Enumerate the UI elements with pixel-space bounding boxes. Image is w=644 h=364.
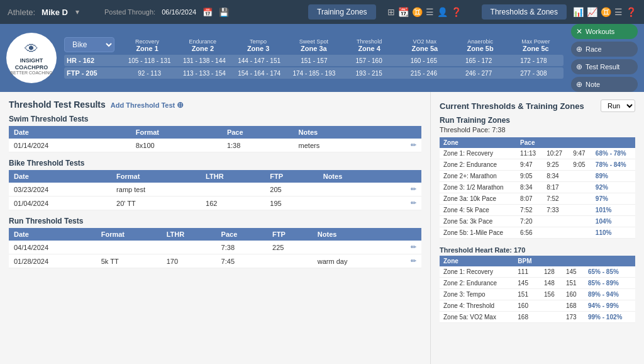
pz-v1-1: 11:13 xyxy=(516,148,543,159)
save-icon[interactable]: 💾 xyxy=(219,8,229,17)
race-button[interactable]: ⊕ Race xyxy=(571,42,638,57)
rows-icon[interactable]: ☰ xyxy=(614,7,623,17)
swim-table: Date Format Pace Notes 01/14/2024 8x100 … xyxy=(9,126,421,152)
hr-row: HR - 162 105 - 118 - 131 131 - 138 - 144… xyxy=(64,55,564,66)
pz-v2-5b xyxy=(543,227,569,239)
pz-v2-1: 10:27 xyxy=(543,148,569,159)
run-row-2: 01/28/2024 5k TT 170 7:45 warm day ✏ xyxy=(9,254,421,268)
run-col-lthr: LTHR xyxy=(162,228,216,241)
pz-v3-5b xyxy=(569,227,592,239)
sport-select[interactable]: Run xyxy=(601,100,635,112)
swim-col-pace: Pace xyxy=(222,126,294,139)
zone-col-5b: AnaerobicZone 5b xyxy=(453,38,508,52)
hz-v2-2: 148 xyxy=(540,278,562,289)
zone-col-1: RecoveryZone 1 xyxy=(119,38,175,52)
run-col-format: Format xyxy=(96,228,162,241)
bike-notes-2 xyxy=(318,196,386,210)
zone-col-3: TempoZone 3 xyxy=(231,38,286,52)
calendar-icon[interactable]: 📅 xyxy=(203,8,213,17)
pace-zones-table: Zone Pace Zone 1: Recovery 11:13 10:27 9… xyxy=(440,137,635,239)
hz-pct-1: 65% - 85% xyxy=(584,266,635,278)
bike-edit-2[interactable]: ✏ xyxy=(386,196,421,210)
bike-col-date: Date xyxy=(9,170,111,183)
logo-subtitle: BETTER COACHING xyxy=(10,71,52,75)
list-icon[interactable]: ☰ xyxy=(426,7,434,17)
run-edit-1[interactable]: ✏ xyxy=(391,241,421,254)
help-icon[interactable]: ❓ xyxy=(451,7,462,17)
swim-col-format: Format xyxy=(131,126,222,139)
bike-notes-1 xyxy=(318,183,386,196)
pz-v1-3a: 8:07 xyxy=(516,193,543,205)
run-tests-title: Run Threshold Tests xyxy=(9,217,421,225)
logo: 👁 INSIGHTCOACHPRO BETTER COACHING xyxy=(6,33,57,83)
pace-col-2 xyxy=(543,137,569,148)
hz-name-3: Zone 3: Tempo xyxy=(440,289,514,300)
hz-v1-5a: 168 xyxy=(514,312,540,323)
swim-edit-1[interactable]: ✏ xyxy=(379,139,421,152)
swim-col-notes: Notes xyxy=(294,126,379,139)
person-icon[interactable]: 👤 xyxy=(437,7,448,17)
calendar2-icon[interactable]: 📆 xyxy=(398,7,409,17)
hz-v3-3: 160 xyxy=(562,289,584,300)
threshold-icons: 📊 📈 ♊ ☰ ❓ xyxy=(573,7,636,17)
pz-pct-2: 78% - 84% xyxy=(592,159,635,171)
gem-icon[interactable]: ♊ xyxy=(601,7,611,17)
race-icon: ⊕ xyxy=(576,45,582,54)
swim-format-1: 8x100 xyxy=(131,139,222,152)
current-thresholds-title: Current Thresholds & Training Zones xyxy=(440,101,584,111)
note-label: Note xyxy=(586,81,600,88)
pz-pct-3a: 97% xyxy=(592,193,635,205)
hz-v1-3: 151 xyxy=(514,289,540,300)
workouts-button[interactable]: ✕ Workouts xyxy=(571,24,638,39)
bar-chart-icon[interactable]: 📊 xyxy=(573,7,584,17)
run-ftp-1: 225 xyxy=(267,241,313,254)
pz-v1-4: 7:52 xyxy=(516,205,543,216)
pace-zone-5a: Zone 5a: 3k Pace 7:20 104% xyxy=(440,216,635,227)
run-notes-1 xyxy=(313,241,391,254)
hr-zone-2: Zone 2: Endurance 145 148 151 85% - 89% xyxy=(440,278,635,289)
pace-zone-4: Zone 4: 5k Pace 7:52 7:33 101% xyxy=(440,205,635,216)
zones-data: HR - 162 105 - 118 - 131 131 - 138 - 144… xyxy=(64,55,564,79)
chart-icon[interactable]: ♊ xyxy=(412,7,423,17)
bike-select[interactable]: Bike xyxy=(64,37,114,52)
pace-zone-2: Zone 2: Endurance 9:47 9:25 9:05 78% - 8… xyxy=(440,159,635,171)
pace-col-zone: Zone xyxy=(440,137,516,148)
note-button[interactable]: ⊕ Note xyxy=(571,77,638,92)
pace-zone-3a: Zone 3a: 10k Pace 8:07 7:52 97% xyxy=(440,193,635,205)
add-threshold-link[interactable]: Add Threshold Test ⊕ xyxy=(111,100,184,110)
hz-v2-1: 128 xyxy=(540,266,562,278)
hr-label: HR - 162 xyxy=(67,57,122,64)
pz-v2-2plus: 8:34 xyxy=(543,171,569,182)
ftp-row: FTP - 205 92 - 113 113 - 133 - 154 154 -… xyxy=(64,67,564,79)
bar2-icon[interactable]: 📈 xyxy=(587,7,597,17)
help2-icon[interactable]: ❓ xyxy=(626,7,636,17)
pace-col-1: Pace xyxy=(516,137,543,148)
zones-panel: Bike RecoveryZone 1 EnduranceZone 2 Temp… xyxy=(64,37,564,79)
grid-icon[interactable]: ⊞ xyxy=(387,7,395,17)
hr-col-zone: Zone xyxy=(440,256,514,266)
pz-v3-2: 9:05 xyxy=(569,159,592,171)
test-result-button[interactable]: ⊕ Test Result xyxy=(571,59,638,74)
pace-zone-1: Zone 1: Recovery 11:13 10:27 9:47 68% - … xyxy=(440,148,635,159)
hz-name-1: Zone 1: Recovery xyxy=(440,266,514,278)
pz-v2-3a: 7:52 xyxy=(543,193,569,205)
hz-v3-2: 151 xyxy=(562,278,584,289)
run-date-1: 04/14/2024 xyxy=(9,241,96,254)
bike-ftp-1: 205 xyxy=(265,183,318,196)
swim-tests-title: Swim Threshold Tests xyxy=(9,115,421,123)
athlete-dropdown-icon[interactable]: ▾ xyxy=(75,8,79,16)
bike-edit-1[interactable]: ✏ xyxy=(386,183,421,196)
hr-zone-1: Zone 1: Recovery 111 128 145 65% - 85% xyxy=(440,266,635,278)
hr-zone-5a: Zone 5a: VO2 Max 168 173 99% - 102% xyxy=(440,312,635,323)
bike-date-2: 01/04/2024 xyxy=(9,196,111,210)
run-edit-2[interactable]: ✏ xyxy=(391,254,421,268)
hr-col-bpm3 xyxy=(562,256,584,266)
thresholds-zones-button[interactable]: Thresholds & Zones xyxy=(482,4,567,20)
pz-v1-5a: 7:20 xyxy=(516,216,543,227)
ftp-values: 92 - 113 113 - 133 - 154 154 - 164 - 174… xyxy=(122,70,561,77)
training-zones-button[interactable]: Training Zones xyxy=(308,4,376,20)
pz-pct-2plus: 89% xyxy=(592,171,635,182)
pz-v3-5a xyxy=(569,216,592,227)
run-date-2: 01/28/2024 xyxy=(9,254,96,268)
pz-name-5a: Zone 5a: 3k Pace xyxy=(440,216,516,227)
